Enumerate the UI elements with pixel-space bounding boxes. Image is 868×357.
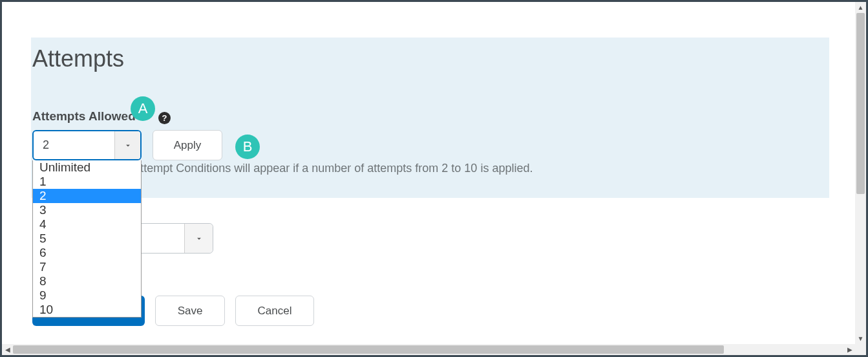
attempts-allowed-dropdown[interactable]: Unlimited 1 2 3 4 5 6 7 8 9 10 xyxy=(32,160,142,318)
scroll-up-arrow-icon[interactable]: ▲ xyxy=(855,2,866,13)
dropdown-option-8[interactable]: 8 xyxy=(33,274,141,288)
content-viewport: Attempts Attempts Allowed ? A 2 Apply B … xyxy=(2,2,855,344)
attempts-allowed-label: Attempts Allowed xyxy=(32,109,136,124)
callout-badge-a: A xyxy=(131,96,155,121)
scrollbar-corner xyxy=(855,344,866,355)
dropdown-option-unlimited[interactable]: Unlimited xyxy=(33,160,141,175)
horizontal-scrollbar-thumb[interactable] xyxy=(13,345,724,354)
attempts-allowed-selected-value: 2 xyxy=(34,131,114,159)
callout-badge-b: B xyxy=(235,135,260,159)
scroll-left-arrow-icon[interactable]: ◀ xyxy=(2,344,13,355)
dropdown-option-5[interactable]: 5 xyxy=(33,232,141,246)
dropdown-option-2[interactable]: 2 xyxy=(33,189,141,203)
scroll-down-arrow-icon[interactable]: ▼ xyxy=(855,333,866,344)
chevron-down-icon xyxy=(184,224,213,253)
attempts-allowed-select-wrapper: 2 xyxy=(32,130,142,160)
help-icon[interactable]: ? xyxy=(158,112,171,124)
save-button[interactable]: Save xyxy=(155,296,225,326)
dropdown-option-10[interactable]: 10 xyxy=(33,303,141,317)
vertical-scrollbar[interactable]: ▲ ▼ xyxy=(855,2,866,344)
dropdown-option-7[interactable]: 7 xyxy=(33,260,141,274)
dropdown-option-3[interactable]: 3 xyxy=(33,203,141,217)
dropdown-option-4[interactable]: 4 xyxy=(33,217,141,232)
horizontal-scrollbar[interactable]: ◀ ▶ xyxy=(2,344,855,355)
dropdown-option-9[interactable]: 9 xyxy=(33,288,141,303)
cancel-button[interactable]: Cancel xyxy=(235,296,314,326)
page-title: Attempts xyxy=(32,45,124,72)
chevron-down-icon xyxy=(114,131,140,159)
apply-button[interactable]: Apply xyxy=(153,130,222,160)
attempts-allowed-select[interactable]: 2 xyxy=(32,130,142,160)
dropdown-option-6[interactable]: 6 xyxy=(33,246,141,260)
vertical-scrollbar-thumb[interactable] xyxy=(856,13,865,194)
dropdown-option-1[interactable]: 1 xyxy=(33,175,141,189)
scroll-right-arrow-icon[interactable]: ▶ xyxy=(844,344,855,355)
